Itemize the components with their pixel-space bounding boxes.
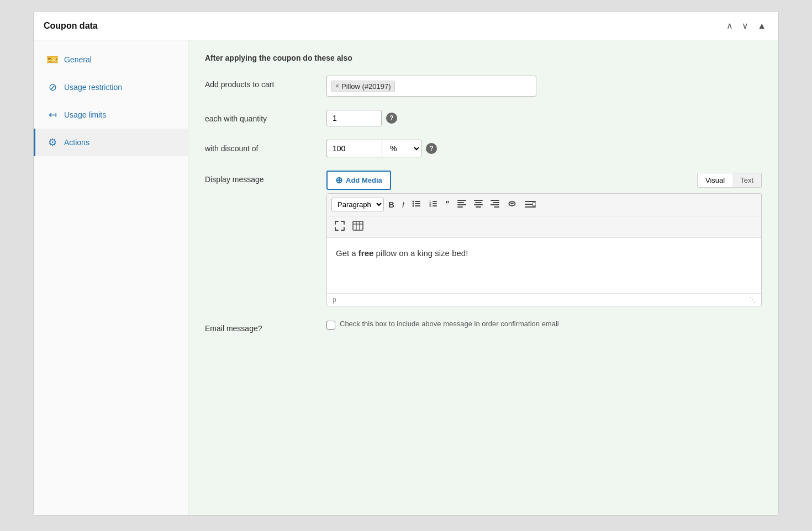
- discount-help-icon[interactable]: ?: [426, 143, 437, 154]
- email-message-checkbox[interactable]: [326, 321, 335, 330]
- add-products-row: Add products to cart × Pillow (#20197): [205, 76, 762, 97]
- product-tag: × Pillow (#20197): [331, 81, 395, 92]
- collapse-up-button[interactable]: ∧: [724, 19, 735, 32]
- sidebar: 🎫 General ⊘ Usage restriction ↤ Usage li…: [34, 40, 188, 515]
- discount-row: with discount of % $ fixed ?: [205, 140, 762, 157]
- quantity-input[interactable]: [326, 110, 382, 126]
- panel-body: 🎫 General ⊘ Usage restriction ↤ Usage li…: [34, 40, 778, 515]
- svg-rect-5: [415, 205, 420, 206]
- unordered-list-button[interactable]: [409, 197, 424, 213]
- sidebar-item-actions-label: Actions: [64, 138, 89, 147]
- resize-handle-icon: ⋱: [749, 296, 756, 304]
- svg-rect-19: [476, 206, 481, 208]
- svg-rect-26: [525, 206, 536, 208]
- text-tab[interactable]: Text: [732, 173, 761, 187]
- general-icon: 🎫: [46, 54, 59, 66]
- email-message-row: Email message? Check this box to include…: [205, 320, 762, 333]
- product-tag-input[interactable]: × Pillow (#20197): [326, 76, 536, 97]
- svg-rect-27: [532, 203, 536, 206]
- add-media-button[interactable]: ⊕ Add Media: [326, 171, 391, 190]
- discount-input-group: % $ fixed: [326, 140, 421, 157]
- quantity-control: ?: [326, 110, 762, 126]
- svg-rect-20: [491, 200, 499, 201]
- sidebar-item-general[interactable]: 🎫 General: [34, 46, 188, 73]
- editor-text-bold: free: [358, 248, 374, 258]
- toggle-collapse-button[interactable]: ▲: [755, 19, 768, 32]
- quantity-help-icon[interactable]: ?: [386, 113, 397, 124]
- align-left-button[interactable]: [454, 198, 470, 212]
- editor-statusbar: p ⋱: [327, 293, 761, 306]
- usage-limits-icon: ↤: [46, 109, 59, 121]
- svg-rect-18: [474, 204, 483, 205]
- svg-rect-11: [433, 205, 437, 206]
- visual-tab[interactable]: Visual: [698, 173, 732, 187]
- main-content: After applying the coupon do these also …: [188, 40, 778, 515]
- svg-rect-21: [493, 202, 499, 203]
- svg-rect-9: [433, 203, 437, 204]
- paragraph-select[interactable]: Paragraph Heading 1 Heading 2 Heading 3: [331, 198, 384, 211]
- italic-button[interactable]: I: [399, 198, 408, 212]
- sidebar-item-general-label: General: [64, 55, 92, 64]
- tag-remove-button[interactable]: ×: [335, 83, 339, 89]
- svg-rect-16: [474, 200, 483, 201]
- svg-rect-13: [457, 202, 464, 203]
- discount-input[interactable]: [326, 140, 382, 157]
- svg-rect-22: [491, 204, 499, 205]
- more-button[interactable]: [521, 198, 539, 212]
- editor-toolbar-row2: [327, 216, 761, 238]
- editor-toolbar-row1: Paragraph Heading 1 Heading 2 Heading 3 …: [327, 194, 761, 216]
- link-button[interactable]: [504, 198, 520, 212]
- display-message-row: Display message ⊕ Add Media Visual Text: [205, 171, 762, 306]
- status-tag: p: [333, 296, 336, 304]
- svg-rect-15: [457, 206, 463, 208]
- quantity-label: each with quantity: [205, 110, 326, 123]
- svg-point-4: [413, 205, 414, 207]
- svg-rect-12: [457, 200, 466, 201]
- editor-container: Paragraph Heading 1 Heading 2 Heading 3 …: [326, 193, 762, 306]
- discount-unit-select[interactable]: % $ fixed: [382, 140, 421, 157]
- svg-text:3.: 3.: [429, 204, 432, 208]
- svg-rect-7: [433, 201, 437, 202]
- svg-rect-17: [475, 202, 482, 203]
- editor-text-plain: Get a: [336, 248, 358, 258]
- visual-text-tabs: Visual Text: [697, 173, 762, 188]
- actions-icon: ⚙: [46, 136, 59, 148]
- add-media-icon: ⊕: [335, 175, 342, 185]
- fullscreen-button[interactable]: [331, 219, 348, 235]
- coupon-panel: Coupon data ∧ ∨ ▲ 🎫 General ⊘ Usage rest…: [33, 11, 779, 516]
- add-media-label: Add Media: [346, 176, 382, 184]
- add-products-control: × Pillow (#20197): [326, 76, 762, 97]
- add-products-label: Add products to cart: [205, 76, 326, 89]
- panel-header: Coupon data ∧ ∨ ▲: [34, 12, 778, 40]
- panel-title: Coupon data: [44, 21, 98, 31]
- sidebar-item-usage-restriction-label: Usage restriction: [64, 83, 122, 92]
- svg-rect-23: [494, 206, 499, 208]
- panel-controls: ∧ ∨ ▲: [724, 19, 768, 32]
- table-button[interactable]: [349, 219, 367, 235]
- collapse-down-button[interactable]: ∨: [740, 19, 751, 32]
- align-right-button[interactable]: [487, 198, 503, 212]
- discount-control: % $ fixed ?: [326, 140, 762, 157]
- email-message-text: Check this box to include above message …: [340, 320, 559, 328]
- blockquote-button[interactable]: ": [442, 197, 453, 212]
- svg-rect-14: [457, 204, 466, 205]
- sidebar-item-usage-restriction[interactable]: ⊘ Usage restriction: [34, 73, 188, 101]
- align-center-button[interactable]: [471, 198, 486, 212]
- editor-wrap: ⊕ Add Media Visual Text Para: [326, 171, 762, 306]
- editor-text-rest: pillow on a king size bed!: [373, 248, 468, 258]
- svg-point-0: [413, 201, 414, 203]
- svg-rect-24: [525, 201, 536, 202]
- quantity-row: each with quantity ?: [205, 110, 762, 126]
- svg-point-2: [413, 203, 414, 205]
- editor-top-bar: ⊕ Add Media Visual Text: [326, 171, 762, 190]
- editor-body[interactable]: Get a free pillow on a king size bed!: [327, 238, 761, 293]
- svg-rect-28: [353, 221, 363, 230]
- discount-label: with discount of: [205, 140, 326, 153]
- product-tag-label: Pillow (#20197): [341, 82, 391, 91]
- sidebar-item-actions[interactable]: ⚙ Actions: [34, 129, 188, 156]
- email-message-label: Email message?: [205, 320, 326, 333]
- bold-button[interactable]: B: [385, 198, 398, 212]
- sidebar-item-usage-limits[interactable]: ↤ Usage limits: [34, 101, 188, 129]
- usage-restriction-icon: ⊘: [46, 81, 59, 93]
- ordered-list-button[interactable]: 1. 2. 3.: [425, 197, 441, 213]
